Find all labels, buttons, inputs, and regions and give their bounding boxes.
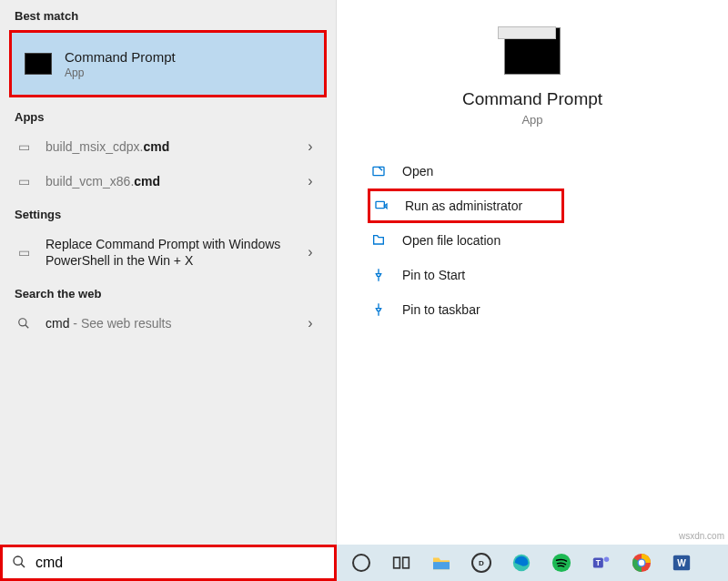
pin-icon [368, 302, 389, 317]
section-settings: Settings [0, 199, 336, 227]
command-prompt-icon-large [504, 27, 561, 75]
search-bar[interactable] [0, 545, 337, 581]
svg-rect-6 [394, 557, 400, 568]
word-icon[interactable]: W [670, 551, 693, 575]
svg-rect-2 [373, 167, 384, 175]
app-result-label: build_msix_cdpx.cmd [46, 138, 299, 155]
watermark: wsxdn.com [679, 531, 724, 541]
chevron-right-icon[interactable]: › [299, 315, 321, 331]
app-result-row[interactable]: ▭ build_vcm_x86.cmd › [0, 164, 336, 199]
app-result-label: build_vcm_x86.cmd [46, 173, 299, 189]
edge-icon[interactable] [510, 551, 533, 575]
chrome-icon[interactable] [630, 551, 653, 575]
svg-point-0 [19, 319, 26, 326]
open-icon [368, 164, 389, 178]
settings-result-label: Replace Command Prompt with Windows Powe… [46, 236, 299, 269]
section-best-match: Best match [0, 0, 336, 28]
svg-line-1 [25, 325, 29, 329]
search-icon [12, 555, 26, 572]
svg-rect-7 [403, 557, 410, 568]
chevron-right-icon[interactable]: › [299, 244, 321, 260]
taskbar: D T W [337, 545, 728, 581]
svg-point-13 [604, 557, 610, 563]
best-match-item[interactable]: Command Prompt App [9, 30, 327, 97]
task-view-icon[interactable] [389, 551, 413, 575]
search-icon [15, 315, 33, 331]
action-open[interactable]: Open [368, 154, 728, 189]
svg-rect-8 [433, 562, 450, 569]
file-explorer-icon[interactable] [430, 551, 453, 575]
best-match-title: Command Prompt [65, 49, 176, 65]
results-panel: Best match Command Prompt App Apps ▭ bui… [0, 0, 337, 545]
settings-monitor-icon: ▭ [15, 244, 33, 260]
chevron-right-icon[interactable]: › [299, 173, 321, 189]
settings-result-row[interactable]: ▭ Replace Command Prompt with Windows Po… [0, 227, 336, 278]
svg-rect-3 [376, 201, 384, 208]
web-result-row[interactable]: cmd - See web results › [0, 306, 336, 341]
web-result-label: cmd - See web results [46, 315, 299, 331]
action-pin-to-taskbar[interactable]: Pin to taskbar [368, 292, 728, 327]
svg-text:T: T [596, 559, 601, 567]
svg-point-4 [14, 556, 22, 565]
cortana-icon[interactable] [349, 551, 373, 575]
command-prompt-icon [25, 53, 52, 75]
folder-icon [368, 233, 389, 248]
preview-panel: Command Prompt App Open Run as administr… [337, 0, 728, 545]
app-result-row[interactable]: ▭ build_msix_cdpx.cmd › [0, 129, 336, 164]
dell-icon[interactable]: D [470, 551, 493, 575]
pin-icon [368, 268, 389, 282]
search-input[interactable] [35, 555, 325, 571]
preview-subtitle: App [521, 113, 542, 127]
svg-line-5 [21, 564, 25, 567]
shield-icon [370, 199, 392, 213]
teams-icon[interactable]: T [590, 551, 613, 575]
svg-text:W: W [677, 558, 686, 568]
section-apps: Apps [0, 101, 336, 129]
action-pin-to-start[interactable]: Pin to Start [368, 258, 728, 292]
file-icon: ▭ [15, 138, 33, 155]
preview-title: Command Prompt [462, 89, 602, 109]
file-icon: ▭ [15, 173, 33, 189]
spotify-icon[interactable] [550, 551, 573, 575]
chevron-right-icon[interactable]: › [299, 138, 321, 155]
svg-point-16 [639, 560, 644, 566]
best-match-subtitle: App [65, 66, 176, 79]
action-open-file-location[interactable]: Open file location [368, 223, 728, 258]
section-web: Search the web [0, 278, 336, 306]
action-run-as-admin[interactable]: Run as administrator [368, 189, 564, 223]
